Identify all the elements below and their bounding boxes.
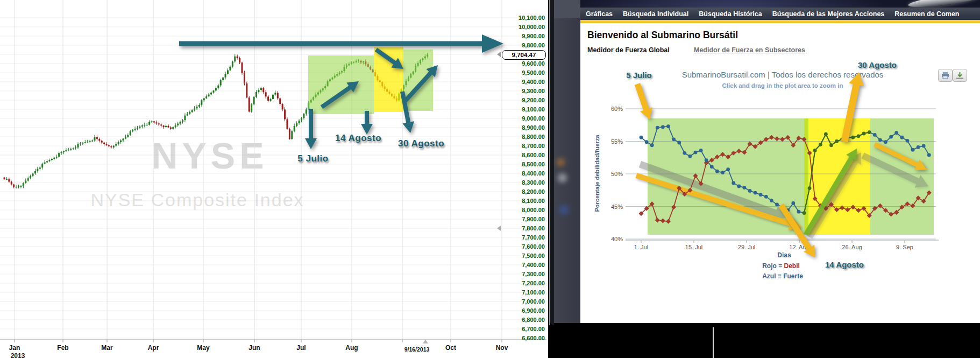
window-tab-strip [554,0,580,18]
nav-item-1[interactable]: Búsqueda Individual [623,10,688,18]
annotation-14-agosto: 14 Agosto [335,133,381,144]
divider-line [713,327,714,358]
svg-text:1. Jul: 1. Jul [634,244,648,250]
price-tick-label: 7,300.00 [496,271,545,277]
current-date-label: 9/16/2013 [404,346,430,353]
price-tick-label: 7,600.00 [496,243,545,250]
month-label: Feb [57,344,68,352]
axis-marker-icon [497,226,501,231]
price-tick-label: 7,200.00 [496,280,545,286]
site-banner [580,0,980,8]
price-tick-label: 8,300.00 [496,179,545,186]
price-tick-label: 6,800.00 [496,317,545,323]
svg-text:60%: 60% [611,106,623,112]
price-tick-label: 10,100.00 [496,15,545,21]
price-tick-label: 6,600.00 [496,335,545,341]
annotation-5-julio: 5 Julio [297,153,328,164]
svg-text:40%: 40% [611,236,623,242]
nav-item-3[interactable]: Búsqueda de las Mejores Acciones [772,10,885,18]
price-tick-label: 9,100.00 [496,106,545,113]
year-label: 2013 [11,352,25,358]
svg-text:45%: 45% [611,203,623,210]
price-tick-label: 6,900.00 [496,307,545,314]
price-tick-label: 9,300.00 [496,88,545,94]
nyse-chart-panel: NYSE NYSE Composite Index 10,100.0010,00… [0,0,548,358]
price-tick-label: 8,500.00 [496,161,545,167]
price-tick-label: 9,200.00 [496,97,545,103]
candlestick-svg[interactable] [0,0,548,358]
month-label: Jun [248,344,260,352]
month-label: Jan [9,344,20,352]
window-border-left [550,0,554,325]
y-axis-title: Porcentaje debilidad/fuerza [594,135,600,212]
price-tick-label: 7,400.00 [496,262,545,268]
price-tick-label: 7,800.00 [496,225,545,231]
price-tick-label: 7,100.00 [496,289,545,296]
legend-blue: Azul = Fuerte [762,272,803,280]
main-nav: GráficasBúsqueda IndividualBúsqueda Hist… [580,8,980,20]
price-tick-label: 9,000.00 [496,115,545,122]
date-cursor-icon [423,340,428,343]
price-tick-label: 10,000.00 [496,24,545,30]
screenshot-stage: NYSE NYSE Composite Index 10,100.0010,00… [0,0,980,358]
month-label: Apr [148,344,159,352]
price-tick-label: 7,000.00 [496,298,545,305]
month-label: Nov [496,344,508,352]
svg-text:50%: 50% [611,171,623,177]
price-tick-label: 9,400.00 [496,79,545,85]
annotation-30-agosto: 30 Agosto [398,138,444,149]
price-tick-label: 8,200.00 [496,188,545,195]
price-tick-label: 9,500.00 [496,69,545,76]
nav-item-4[interactable]: Resumen de Comen [894,10,959,18]
nav-item-2[interactable]: Búsqueda Histórica [699,10,762,18]
price-tick-label: 8,400.00 [496,170,545,177]
tab-fuerza-global[interactable]: Medidor de Fuerza Global [587,46,670,54]
month-label: Aug [345,344,358,352]
month-label: Jul [296,344,306,352]
x-axis-title: Dias [777,251,791,259]
price-tick-label: 9,600.00 [496,60,545,67]
price-tick-label: 7,700.00 [496,234,545,241]
nav-item-0[interactable]: Gráficas [586,10,613,18]
last-price-marker-icon [497,52,501,57]
svg-text:55%: 55% [611,138,623,145]
price-tick-label: 8,700.00 [496,143,545,149]
price-tick-label: 8,900.00 [496,124,545,131]
svg-text:26. Aug: 26. Aug [842,244,862,250]
page-title: Bienvenido al Submarino Bursátil [587,30,738,41]
price-tick-label: 9,800.00 [496,42,545,48]
price-tick-label: 8,100.00 [496,198,545,204]
price-tick-label: 8,800.00 [496,134,545,140]
month-label: May [197,344,209,352]
last-price-box: 9,704.47 [502,50,546,60]
annotation-30-agosto-right: 30 Agosto [858,60,897,69]
month-label: Oct [445,344,456,352]
price-tick-label: 7,500.00 [496,252,545,259]
price-tick-label: 7,900.00 [496,216,545,222]
svg-text:15. Jul: 15. Jul [685,244,702,250]
price-tick-label: 8,600.00 [496,152,545,158]
window-sidebar [554,0,580,323]
price-tick-label: 6,700.00 [496,326,545,332]
month-label: Mar [101,344,112,352]
tab-fuerza-subsectores[interactable]: Medidor de Fuerza en Subsectores [694,46,805,54]
legend-red: Rojo = Debil [762,262,800,270]
svg-text:29. Jul: 29. Jul [738,244,755,250]
price-tick-label: 8,000.00 [496,207,545,213]
plot-area[interactable] [626,109,936,239]
annotation-5-julio-right: 5 Julio [626,71,652,80]
price-tick-label: 9,900.00 [496,33,545,39]
svg-text:9. Sep: 9. Sep [896,244,913,250]
annotation-14-agosto-right: 14 Agosto [825,260,864,269]
